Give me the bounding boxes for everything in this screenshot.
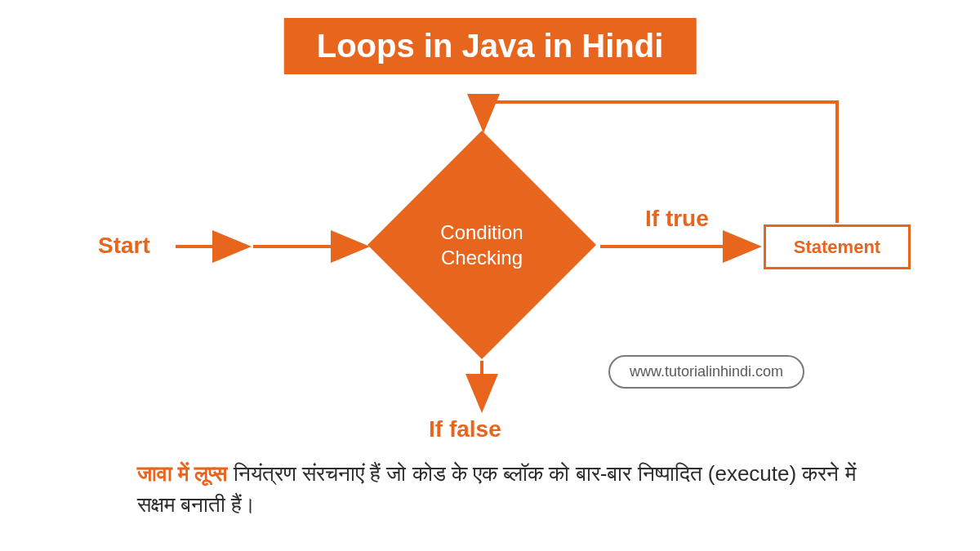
page-title: Loops in Java in Hindi	[284, 18, 697, 74]
true-label: If true	[645, 206, 709, 232]
description-rest: नियंत्रण संरचनाएं हैं जो कोड के एक ब्लॉक…	[137, 461, 856, 517]
condition-text: Condition Checking	[368, 220, 596, 270]
false-label: If false	[429, 416, 501, 442]
source-url: www.tutorialinhindi.com	[608, 355, 804, 389]
start-label: Start	[98, 233, 150, 259]
statement-box: Statement	[764, 224, 911, 269]
description-text: जावा में लूप्स नियंत्रण संरचनाएं हैं जो …	[137, 459, 856, 520]
condition-diamond: Condition Checking	[368, 131, 596, 359]
description-highlight: जावा में लूप्स	[137, 461, 227, 486]
